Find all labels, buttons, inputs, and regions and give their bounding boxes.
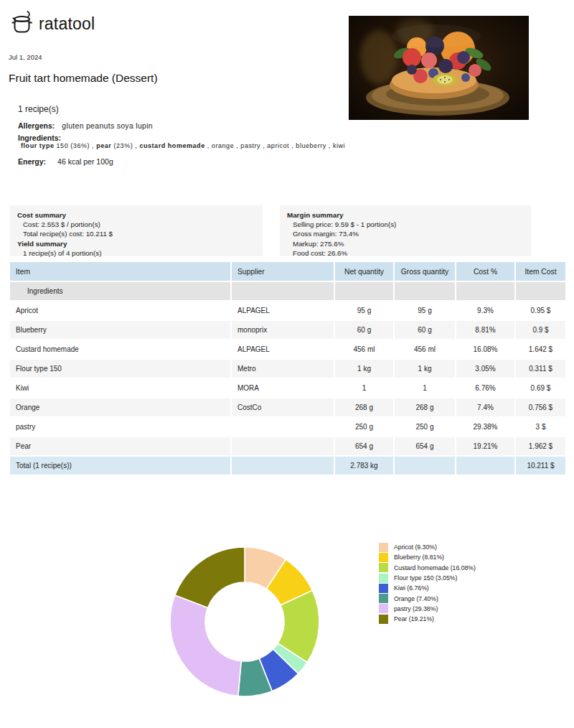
table-row: ApricotALPAGEL95 g95 g9.3%0.95 $ [10, 302, 565, 319]
cell-cost_pct: 8.81% [456, 321, 514, 339]
donut-slice-pear [175, 547, 245, 607]
cell-cost: 1.962 $ [516, 437, 565, 455]
cell-cost_pct: 6.76% [456, 379, 514, 397]
cost-summary-title: Cost summary [17, 210, 263, 220]
allergens-label: Allergens: [18, 121, 55, 130]
col-net-quantity: Net quantity [335, 262, 393, 281]
cell-cost_pct: 7.4% [456, 398, 514, 416]
cost-table: Item Supplier Net quantity Gross quantit… [9, 261, 567, 476]
cell-net: 456 ml [335, 340, 393, 358]
cell-net: 1 [335, 379, 393, 397]
legend-label: Custard homemade (16.08%) [394, 564, 476, 571]
table-row: OrangeCostCo268 g268 g7.4%0.756 $ [10, 398, 565, 416]
table-total-row: Total (1 recipe(s))2.783 kg10.211 $ [10, 457, 565, 475]
yield-summary-title: Yield summary [17, 239, 263, 248]
recipe-photo [349, 16, 529, 120]
legend-swatch [379, 553, 388, 562]
section-row-ingredients: Ingredients [10, 282, 565, 300]
pot-icon [10, 10, 34, 37]
report-page: ratatool [0, 0, 574, 728]
yield-line: 1 recipe(s) of 4 portion(s) [17, 248, 263, 258]
cost-donut-chart [162, 539, 327, 704]
report-date: Jul 1, 2024 [9, 53, 42, 61]
legend-swatch [379, 584, 388, 593]
allergens-line: Allergens:gluten peanuts soya lupin [18, 121, 153, 130]
legend-item: Custard homemade (16.08%) [379, 563, 476, 573]
cell-supplier [232, 457, 334, 475]
legend-item: Blueberry (8.81%) [379, 552, 476, 562]
legend-label: Kiwi (6.76%) [394, 584, 429, 592]
energy-line: Energy:46 kcal per 100g [18, 157, 113, 166]
cost-summary-box: Cost summary Cost: 2.553 $ / portion(s) … [10, 205, 263, 256]
col-item: Item [10, 262, 230, 281]
legend-swatch [379, 615, 388, 624]
table-row: Pear654 g654 g19.21%1.962 $ [10, 437, 565, 455]
food-cost: Food cost: 26.6% [287, 248, 531, 258]
donut-slice-pastry [170, 595, 241, 696]
margin-summary-box: Margin summary Selling price: 9.59 $ - 1… [280, 205, 531, 256]
cell-supplier: ALPAGEL [232, 302, 334, 319]
cell-gross: 268 g [395, 398, 455, 416]
cell-cost_pct: 3.05% [456, 360, 514, 378]
ingredient-segment: , orange , pastry , apricot , blueberry … [205, 142, 345, 149]
cell-item: Total (1 recipe(s)) [10, 457, 230, 475]
col-supplier: Supplier [232, 262, 334, 281]
cell-cost: 0.756 $ [516, 398, 565, 416]
legend-label: pastry (29.38%) [394, 605, 438, 612]
cell-net: 250 g [335, 418, 393, 436]
legend-item: pastry (29.38%) [379, 604, 476, 614]
cell-gross: 1 [395, 379, 455, 397]
cell-cost: 0.311 $ [516, 360, 565, 378]
brand: ratatool [10, 10, 95, 37]
cell-cost: 1.642 $ [516, 340, 565, 358]
cell-supplier: CostCo [232, 398, 334, 416]
section-label: Ingredients [10, 282, 230, 300]
cell-item: Flour type 150 [10, 360, 230, 378]
cell-item: pastry [10, 418, 230, 436]
cell-supplier: monoprix [232, 321, 334, 339]
allergens-value: gluten peanuts soya lupin [62, 121, 153, 130]
ingredient-segment: custard homemade [139, 142, 204, 149]
col-gross-quantity: Gross quantity [395, 262, 455, 281]
cell-supplier: ALPAGEL [232, 340, 334, 358]
cell-gross: 95 g [395, 302, 455, 319]
legend-swatch [379, 604, 388, 613]
table-header-row: Item Supplier Net quantity Gross quantit… [10, 262, 565, 281]
cost-per-portion: Cost: 2.553 $ / portion(s) [17, 220, 263, 229]
cell-gross: 250 g [395, 418, 455, 436]
cost-table-body: Ingredients ApricotALPAGEL95 g95 g9.3%0.… [10, 282, 565, 475]
legend-label: Orange (7.40%) [394, 595, 438, 602]
page-title: Fruit tart homemade (Dessert) [9, 72, 158, 85]
legend-swatch [379, 543, 388, 552]
markup: Markup: 275.6% [287, 239, 531, 248]
energy-label: Energy: [18, 157, 46, 166]
cell-item: Kiwi [10, 379, 230, 397]
table-row: pastry250 g250 g29.38%3 $ [10, 418, 565, 436]
table-row: Custard homemadeALPAGEL456 ml456 ml16.08… [10, 340, 565, 358]
cell-cost: 0.9 $ [516, 321, 565, 339]
ingredient-segment: flour type [21, 142, 55, 149]
recipe-count: 1 recipe(s) [18, 104, 59, 114]
legend-label: Blueberry (8.81%) [394, 554, 444, 561]
col-cost-pct: Cost % [456, 262, 514, 281]
legend-item: Kiwi (6.76%) [379, 583, 476, 593]
ingredients-label-line: Ingredients: [18, 134, 61, 142]
cell-item: Orange [10, 398, 230, 416]
cell-net: 654 g [335, 437, 393, 455]
cell-cost_pct [456, 457, 514, 475]
cell-net: 60 g [335, 321, 393, 339]
legend-item: Orange (7.40%) [379, 593, 476, 603]
cell-item: Blueberry [10, 321, 230, 339]
selling-price: Selling price: 9.59 $ - 1 portion(s) [287, 220, 531, 229]
cell-cost_pct: 16.08% [456, 340, 514, 358]
legend-swatch [379, 563, 388, 572]
ingredient-segment: 150 (36%) , [55, 142, 97, 149]
cell-net: 268 g [335, 398, 393, 416]
cell-cost_pct: 9.3% [456, 302, 514, 319]
cell-cost: 10.211 $ [516, 457, 565, 475]
cell-gross: 60 g [395, 321, 455, 339]
cell-net: 95 g [335, 302, 393, 319]
energy-value: 46 kcal per 100g [57, 157, 113, 166]
legend-label: Pear (19.21%) [394, 615, 434, 622]
legend-swatch [379, 594, 388, 603]
